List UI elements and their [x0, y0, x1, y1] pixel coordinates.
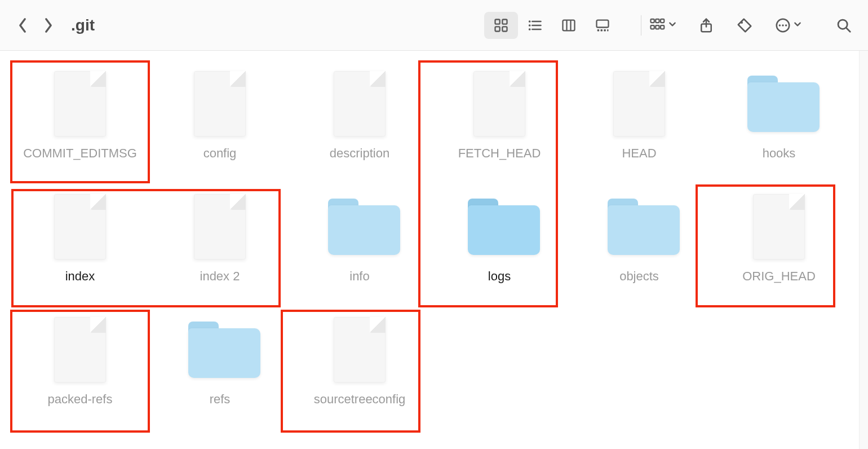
- svg-point-30: [785, 24, 787, 27]
- file-label: index 2: [200, 268, 240, 285]
- file-label: info: [349, 268, 369, 285]
- view-mode-group: [484, 12, 619, 39]
- folder-icon: [608, 191, 671, 263]
- toolbar-divider: [641, 15, 641, 36]
- file-label: FETCH_HEAD: [458, 146, 541, 162]
- document-icon: [328, 314, 391, 386]
- svg-point-28: [779, 24, 781, 27]
- file-grid: COMMIT_EDITMSGconfigdescriptionFETCH_HEA…: [0, 61, 868, 430]
- chevron-down-icon: [668, 20, 676, 30]
- svg-rect-20: [661, 19, 664, 22]
- svg-line-32: [847, 28, 850, 32]
- document-icon: [48, 191, 112, 263]
- document-icon: [48, 68, 112, 140]
- svg-rect-22: [656, 25, 659, 29]
- file-label: objects: [619, 268, 659, 285]
- back-button[interactable]: [16, 19, 29, 32]
- folder-icon: [747, 68, 811, 140]
- document-icon: [188, 191, 251, 263]
- file-area: COMMIT_EDITMSGconfigdescriptionFETCH_HEA…: [0, 51, 868, 430]
- svg-point-26: [741, 21, 743, 24]
- document-icon: [747, 191, 811, 263]
- folder-item-info[interactable]: info: [290, 184, 429, 307]
- icon-view-button[interactable]: [484, 12, 518, 39]
- svg-point-4: [529, 20, 531, 23]
- file-item-index-2[interactable]: index 2: [150, 184, 290, 307]
- folder-item-refs[interactable]: refs: [150, 307, 290, 430]
- forward-button[interactable]: [42, 19, 55, 32]
- file-item-index[interactable]: index: [10, 184, 150, 307]
- file-label: sourcetreeconfig: [314, 391, 406, 408]
- actions-button[interactable]: [774, 17, 801, 34]
- file-label: COMMIT_EDITMSG: [23, 146, 137, 162]
- svg-rect-21: [651, 25, 654, 29]
- file-label: HEAD: [622, 146, 656, 162]
- search-button[interactable]: [835, 17, 852, 34]
- svg-rect-19: [656, 19, 659, 22]
- svg-rect-1: [502, 19, 507, 24]
- svg-point-6: [529, 24, 531, 27]
- svg-point-8: [529, 28, 531, 30]
- svg-rect-17: [607, 29, 608, 32]
- svg-point-29: [782, 24, 784, 27]
- svg-rect-10: [563, 20, 575, 30]
- file-label: logs: [488, 268, 511, 285]
- file-item-description[interactable]: description: [290, 61, 429, 184]
- file-label: hooks: [763, 146, 796, 162]
- file-label: config: [203, 146, 237, 162]
- svg-rect-15: [601, 29, 603, 32]
- svg-point-31: [838, 20, 847, 29]
- window-title: .git: [71, 16, 95, 34]
- svg-rect-13: [597, 20, 609, 27]
- file-label: description: [330, 146, 389, 162]
- folder-icon: [328, 191, 391, 263]
- tool-group: [649, 17, 801, 34]
- folder-icon: [468, 191, 531, 263]
- file-item-orig-head[interactable]: ORIG_HEAD: [709, 184, 849, 307]
- folder-item-hooks[interactable]: hooks: [709, 61, 849, 184]
- file-item-packed-refs[interactable]: packed-refs: [10, 307, 150, 430]
- folder-item-logs[interactable]: logs: [429, 184, 569, 307]
- column-view-button[interactable]: [552, 12, 586, 39]
- svg-rect-23: [661, 25, 664, 29]
- document-icon: [328, 68, 391, 140]
- svg-rect-3: [502, 27, 507, 31]
- file-item-config[interactable]: config: [150, 61, 290, 184]
- svg-rect-14: [597, 29, 600, 32]
- group-by-button[interactable]: [649, 17, 676, 34]
- document-icon: [48, 314, 112, 386]
- chevron-down-icon: [794, 20, 801, 30]
- document-icon: [608, 68, 671, 140]
- file-item-sourcetreeconfig[interactable]: sourcetreeconfig: [290, 307, 429, 430]
- svg-rect-2: [495, 27, 500, 31]
- folder-item-objects[interactable]: objects: [569, 184, 709, 307]
- document-icon: [188, 68, 251, 140]
- svg-rect-18: [651, 19, 654, 22]
- gallery-view-button[interactable]: [586, 12, 619, 39]
- scrollbar[interactable]: [859, 51, 868, 449]
- file-label: ORIG_HEAD: [742, 268, 816, 285]
- list-view-button[interactable]: [518, 12, 552, 39]
- file-label: index: [65, 268, 95, 285]
- file-label: refs: [210, 391, 231, 408]
- svg-rect-0: [495, 19, 500, 24]
- document-icon: [468, 68, 531, 140]
- tags-button[interactable]: [736, 17, 753, 34]
- nav-group: [16, 19, 55, 32]
- file-label: packed-refs: [48, 391, 113, 408]
- share-button[interactable]: [698, 17, 715, 34]
- file-item-head[interactable]: HEAD: [569, 61, 709, 184]
- file-item-commit-editmsg[interactable]: COMMIT_EDITMSG: [10, 61, 150, 184]
- folder-icon: [188, 314, 251, 386]
- toolbar: .git: [0, 0, 868, 51]
- file-item-fetch-head[interactable]: FETCH_HEAD: [429, 61, 569, 184]
- svg-rect-16: [604, 29, 606, 32]
